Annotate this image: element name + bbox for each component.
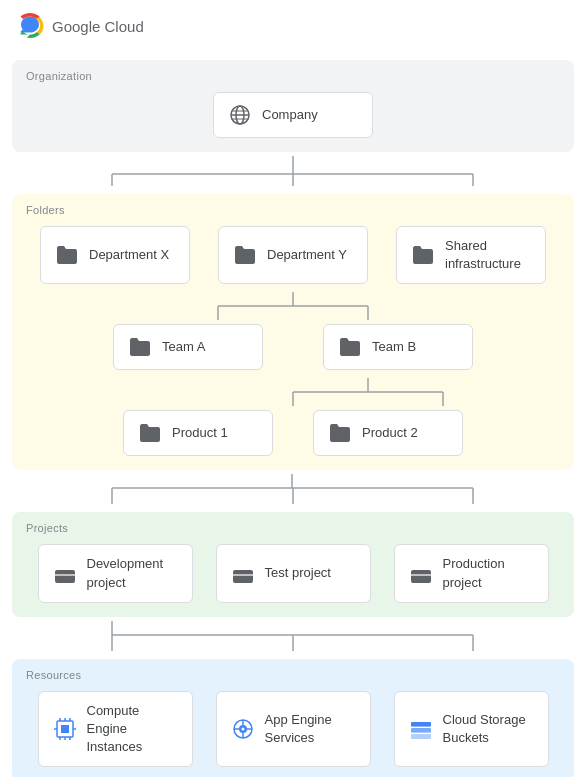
dept-x-name: Department X — [89, 246, 169, 264]
cloud-storage-icon — [409, 717, 433, 741]
folder-icon-5 — [338, 335, 362, 359]
projects-section: Projects Development project Test projec — [12, 512, 574, 616]
org-to-folders-connector — [12, 156, 574, 186]
projects-row: Development project Test project Produ — [26, 544, 560, 602]
team-a-name: Team A — [162, 338, 205, 356]
folder-icon — [55, 243, 79, 267]
product2-name: Product 2 — [362, 424, 418, 442]
header: Google Cloud — [0, 0, 586, 52]
products-row: Product 1 Product 2 — [26, 410, 560, 456]
briefcase-icon-2 — [231, 562, 255, 586]
app-engine-name: App Engine Services — [265, 711, 356, 747]
svg-rect-52 — [411, 722, 431, 727]
prod-project-card: Production project — [394, 544, 549, 602]
svg-point-47 — [241, 728, 244, 731]
folder-icon-3 — [411, 243, 435, 267]
teams-row: Team A Team B — [26, 324, 560, 370]
folders-label: Folders — [26, 204, 560, 216]
globe-icon — [228, 103, 252, 127]
cloud-storage-card: Cloud Storage Buckets — [394, 691, 549, 768]
product1-card: Product 1 — [123, 410, 273, 456]
logo-text: Google Cloud — [52, 18, 144, 35]
resources-row: Compute Engine Instances App Engine Serv… — [26, 691, 560, 768]
resources-label: Resources — [26, 669, 560, 681]
team-b-card: Team B — [323, 324, 473, 370]
google-cloud-logo-icon — [16, 12, 44, 40]
folder-icon-6 — [138, 421, 162, 445]
product2-card: Product 2 — [313, 410, 463, 456]
projects-label: Projects — [26, 522, 560, 534]
folder-icon-4 — [128, 335, 152, 359]
team-b-name: Team B — [372, 338, 416, 356]
dept-y-name: Department Y — [267, 246, 347, 264]
prod-project-name: Production project — [443, 555, 534, 591]
team-a-card: Team A — [113, 324, 263, 370]
dept-x-card: Department X — [40, 226, 190, 284]
svg-rect-53 — [411, 728, 431, 733]
shared-infra-name: Shared infrastructure — [445, 237, 531, 273]
dept-y-card: Department Y — [218, 226, 368, 284]
departments-row: Department X Department Y Shared infrast… — [26, 226, 560, 284]
shared-infra-card: Shared infrastructure — [396, 226, 546, 284]
svg-rect-54 — [411, 734, 431, 739]
compute-engine-name: Compute Engine Instances — [87, 702, 178, 757]
company-card: Company — [213, 92, 373, 138]
test-project-name: Test project — [265, 564, 331, 582]
dev-project-name: Development project — [87, 555, 178, 591]
cloud-storage-name: Cloud Storage Buckets — [443, 711, 534, 747]
app-engine-card: App Engine Services — [216, 691, 371, 768]
projects-to-resources-connector — [12, 621, 574, 651]
org-section: Organization Company — [12, 60, 574, 152]
dev-project-card: Development project — [38, 544, 193, 602]
svg-point-0 — [26, 22, 34, 30]
svg-rect-26 — [233, 570, 253, 583]
logo: Google Cloud — [16, 12, 144, 40]
test-project-card: Test project — [216, 544, 371, 602]
dept-to-teams-connector — [26, 292, 560, 320]
folders-section: Folders Department X Department Y — [12, 194, 574, 470]
products-to-projects-connector — [12, 474, 574, 504]
company-name: Company — [262, 106, 318, 124]
svg-rect-24 — [55, 570, 75, 583]
product1-name: Product 1 — [172, 424, 228, 442]
team-to-products-connector — [26, 378, 560, 406]
resources-section: Resources Compute Engine Instances — [12, 659, 574, 777]
folder-icon-7 — [328, 421, 352, 445]
svg-rect-36 — [61, 725, 69, 733]
compute-engine-icon — [53, 717, 77, 741]
org-row: Company — [26, 92, 560, 138]
briefcase-icon-3 — [409, 562, 433, 586]
svg-rect-28 — [411, 570, 431, 583]
folder-icon-2 — [233, 243, 257, 267]
compute-engine-card: Compute Engine Instances — [38, 691, 193, 768]
app-engine-icon — [231, 717, 255, 741]
org-label: Organization — [26, 70, 560, 82]
briefcase-icon — [53, 562, 77, 586]
